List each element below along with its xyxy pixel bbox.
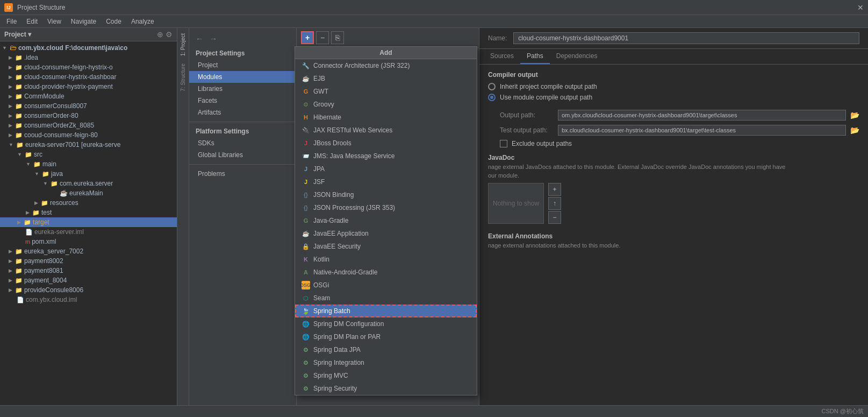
radio-inherit[interactable]: Inherit project compile output path bbox=[488, 83, 859, 90]
settings-global-libs[interactable]: Global Libraries bbox=[189, 149, 296, 161]
popup-item-spring-batch[interactable]: 🍃 Spring Batch bbox=[295, 305, 477, 317]
module-name-input[interactable] bbox=[513, 32, 859, 44]
menu-edit[interactable]: Edit bbox=[22, 17, 42, 26]
item-label: consumerConsul8007 bbox=[24, 102, 87, 110]
output-path-browse[interactable]: 📂 bbox=[850, 111, 859, 119]
nav-back-button[interactable]: ← bbox=[193, 33, 205, 44]
tab-sources[interactable]: Sources bbox=[484, 49, 520, 64]
close-button[interactable]: ✕ bbox=[857, 3, 864, 12]
tree-order80[interactable]: ▶ 📁 consumerOrder-80 bbox=[0, 111, 177, 121]
tree-src[interactable]: ▼ 📁 src bbox=[0, 150, 177, 159]
popup-item-json-processing[interactable]: {} JSON Processing (JSR 353) bbox=[295, 201, 477, 214]
exclude-checkbox[interactable] bbox=[500, 140, 507, 147]
popup-item-spring-security[interactable]: ⚙ Spring Security bbox=[295, 382, 477, 395]
menu-code[interactable]: Code bbox=[102, 17, 126, 26]
popup-item-osgi[interactable]: OSGi OSGi bbox=[295, 279, 477, 292]
popup-item-javaee-security[interactable]: 🔒 JavaEE Security bbox=[295, 240, 477, 253]
popup-item-seam[interactable]: ⬡ Seam bbox=[295, 292, 477, 305]
tree-eureka7002[interactable]: ▶ 📁 eureka_server_7002 bbox=[0, 246, 177, 256]
tree-root-iml[interactable]: 📄 com.ybx.cloud.iml bbox=[0, 295, 177, 305]
tree-com-eureka[interactable]: ▼ 📁 com.eureka.server bbox=[0, 179, 177, 188]
menu-file[interactable]: File bbox=[2, 17, 21, 26]
javadoc-add-button[interactable]: + bbox=[548, 183, 561, 196]
item-label: .idea bbox=[24, 54, 38, 61]
add-facet-button[interactable]: + bbox=[301, 31, 314, 44]
copy-facet-button[interactable]: ⎘ bbox=[331, 31, 344, 44]
popup-item-jsf[interactable]: J JSF bbox=[295, 175, 477, 188]
add-button[interactable]: ⊕ bbox=[157, 30, 163, 39]
tree-eureka7001[interactable]: ▼ 📁 eureka-server7001 [eureka-serve bbox=[0, 140, 177, 150]
popup-item-hibernate[interactable]: H Hibernate bbox=[295, 111, 477, 124]
output-path-label: Output path: bbox=[500, 111, 554, 119]
popup-item-gwt[interactable]: G GWT bbox=[295, 85, 477, 98]
item-label: resources bbox=[50, 199, 78, 207]
menu-analyze[interactable]: Analyze bbox=[127, 17, 159, 26]
tab-dependencies[interactable]: Dependencies bbox=[550, 49, 604, 64]
tree-pom[interactable]: m pom.xml bbox=[0, 237, 177, 246]
tree-eurekamain[interactable]: ☕ eurekaMain bbox=[0, 188, 177, 198]
popup-item-jboss[interactable]: J JBoss Drools bbox=[295, 137, 477, 150]
test-output-input[interactable] bbox=[558, 125, 846, 136]
tree-resources[interactable]: ▶ 📁 resources bbox=[0, 198, 177, 208]
popup-item-spring-data-jpa[interactable]: ⚙ Spring Data JPA bbox=[295, 343, 477, 356]
tree-java[interactable]: ▼ 📁 java bbox=[0, 169, 177, 179]
popup-item-jsr322[interactable]: 🔧 Connector Architecture (JSR 322) bbox=[295, 59, 477, 72]
compiler-output-title: Compiler output bbox=[488, 71, 859, 79]
output-path-input[interactable] bbox=[558, 110, 846, 121]
test-output-browse[interactable]: 📂 bbox=[850, 126, 859, 135]
popup-item-jms[interactable]: 📨 JMS: Java Message Service bbox=[295, 150, 477, 162]
java-file-icon: ☕ bbox=[60, 189, 68, 197]
v-tab-project[interactable]: 1: Project bbox=[179, 30, 187, 59]
menu-view[interactable]: View bbox=[43, 17, 66, 26]
popup-item-javaee-app[interactable]: ☕ JavaEE Application bbox=[295, 227, 477, 240]
popup-item-kotlin[interactable]: K Kotlin bbox=[295, 253, 477, 266]
remove-facet-button[interactable]: − bbox=[316, 31, 329, 44]
popup-item-spring-dm-config[interactable]: 🌐 Spring DM Configuration bbox=[295, 317, 477, 330]
settings-project[interactable]: Project bbox=[189, 59, 296, 71]
tree-payment8004[interactable]: ▶ 📁 payment_8004 bbox=[0, 275, 177, 285]
nav-forward-button[interactable]: → bbox=[207, 33, 219, 44]
tab-paths[interactable]: Paths bbox=[520, 49, 550, 64]
settings-facets[interactable]: Facets bbox=[189, 95, 296, 107]
tree-main[interactable]: ▼ 📁 main bbox=[0, 159, 177, 169]
javadoc-up-button[interactable]: ↑ bbox=[548, 197, 561, 210]
radio-use-module[interactable]: Use module compile output path bbox=[488, 94, 859, 101]
popup-item-java-gradle[interactable]: G Java-Gradle bbox=[295, 214, 477, 227]
popup-item-android-gradle[interactable]: A Native-Android-Gradle bbox=[295, 266, 477, 279]
tree-commmodule[interactable]: ▶ 📁 CommModule bbox=[0, 91, 177, 101]
tree-cooud[interactable]: ▶ 📁 cooud-consumer-feign-80 bbox=[0, 130, 177, 140]
exclude-row[interactable]: Exclude output paths bbox=[488, 140, 859, 147]
popup-item-jax-rest[interactable]: 🔌 JAX RESTful Web Services bbox=[295, 124, 477, 137]
tree-provide[interactable]: ▶ 📁 provideConsule8006 bbox=[0, 285, 177, 295]
tree-orderzk[interactable]: ▶ 📁 consumerOrderZk_8085 bbox=[0, 121, 177, 130]
settings-libraries[interactable]: Libraries bbox=[189, 83, 296, 95]
settings-artifacts[interactable]: Artifacts bbox=[189, 107, 296, 118]
tree-root[interactable]: ▼ 🗁 com.ybx.cloud F:\document\java\co bbox=[0, 43, 177, 53]
tree-feign[interactable]: ▶ 📁 cloud-consumer-feign-hystrix-o bbox=[0, 62, 177, 72]
v-tab-structure[interactable]: 7: Structure bbox=[179, 60, 187, 95]
popup-item-jpa[interactable]: J JPA bbox=[295, 162, 477, 175]
popup-item-groovy[interactable]: ⚙ Groovy bbox=[295, 98, 477, 111]
popup-item-spring-integration[interactable]: ⚙ Spring Integration bbox=[295, 356, 477, 369]
popup-item-json-binding[interactable]: {} JSON Binding bbox=[295, 188, 477, 201]
right-panel: ← → Project Settings Project Modules Lib… bbox=[189, 28, 868, 405]
tree-idea[interactable]: ▶ 📁 .idea bbox=[0, 53, 177, 62]
settings-gear[interactable]: ⚙ bbox=[166, 30, 173, 39]
settings-modules[interactable]: Modules bbox=[189, 71, 296, 83]
popup-item-spring-dm-plan[interactable]: 🌐 Spring DM Plan or PAR bbox=[295, 330, 477, 343]
settings-problems[interactable]: Problems bbox=[189, 168, 296, 180]
popup-item-ejb[interactable]: ☕ EJB bbox=[295, 72, 477, 85]
popup-item-spring-mvc[interactable]: ⚙ Spring MVC bbox=[295, 369, 477, 382]
tree-target[interactable]: ▶ 📁 target bbox=[0, 217, 177, 227]
javadoc-remove-button[interactable]: − bbox=[548, 211, 561, 224]
tree-test[interactable]: ▶ 📁 test bbox=[0, 208, 177, 217]
settings-sdks[interactable]: SDKs bbox=[189, 137, 296, 149]
menu-navigate[interactable]: Navigate bbox=[67, 17, 101, 26]
tree-consul8007[interactable]: ▶ 📁 consumerConsul8007 bbox=[0, 101, 177, 111]
tree-payment8002[interactable]: ▶ 📁 payment8002 bbox=[0, 256, 177, 266]
tree-provider[interactable]: ▶ 📁 cloud-provider-hystrix-payment bbox=[0, 82, 177, 91]
tree-payment8081[interactable]: ▶ 📁 payment8081 bbox=[0, 266, 177, 275]
tree-eureka-iml[interactable]: 📄 eureka-server.iml bbox=[0, 227, 177, 237]
content-body: Compiler output Inherit project compile … bbox=[479, 65, 868, 405]
tree-hystrix[interactable]: ▶ 📁 cloud-cosumer-hystrix-dashboar bbox=[0, 72, 177, 82]
